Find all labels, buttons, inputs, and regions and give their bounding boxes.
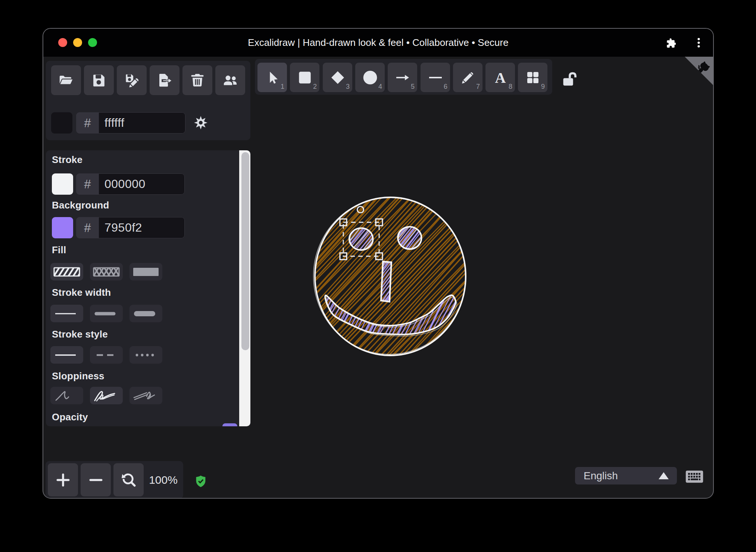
svg-text:A: A xyxy=(495,70,506,85)
